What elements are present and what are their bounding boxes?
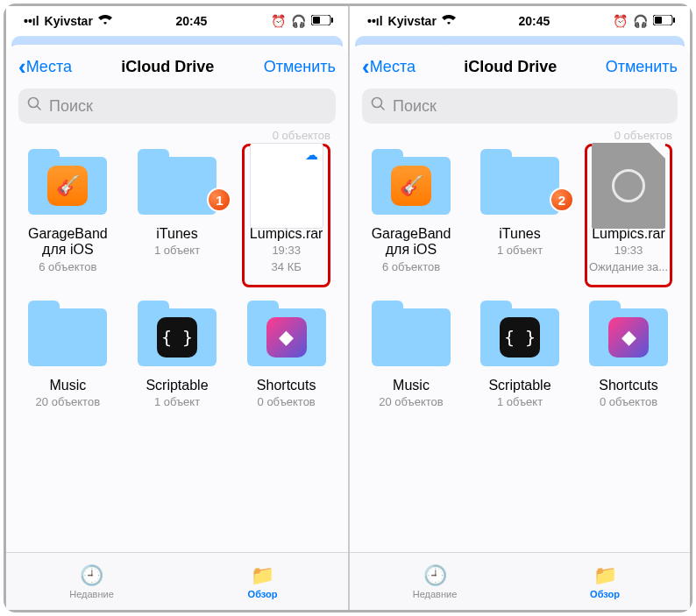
garageband-icon: 🎸	[391, 166, 431, 206]
page-title: iCloud Drive	[121, 58, 214, 76]
search-input[interactable]: Поиск	[18, 89, 336, 124]
tab-bar: 🕘 Недавние 📁 Обзор	[350, 552, 690, 610]
svg-rect-6	[655, 17, 662, 24]
file-lumpics[interactable]: Lumpics.rar 19:33 Ожидание за...	[579, 152, 678, 274]
folder-scriptable[interactable]: { } Scriptable 1 объект	[471, 304, 569, 410]
step-badge-2: 2	[550, 188, 574, 212]
shortcuts-icon: ◆	[266, 317, 307, 358]
folder-music[interactable]: Music 20 объектов	[18, 304, 117, 410]
tab-browse[interactable]: 📁 Обзор	[520, 553, 690, 610]
back-button[interactable]: ‹ Места	[362, 58, 415, 76]
cloud-download-icon: ☁︎	[305, 147, 318, 163]
clock: 20:45	[456, 14, 613, 28]
folder-garageband[interactable]: 🎸 GarageBand для iOS 6 объектов	[362, 152, 460, 274]
file-loading-icon	[592, 143, 665, 229]
clock-icon: 🕘	[80, 564, 103, 587]
svg-line-9	[380, 106, 384, 110]
file-grid: 🎸 GarageBand для iOS 6 объектов 2 iTunes…	[350, 144, 690, 552]
scriptable-icon: { }	[157, 317, 197, 358]
battery-icon	[653, 14, 676, 28]
back-label: Места	[26, 58, 72, 76]
folder-garageband[interactable]: 🎸 GarageBand для iOS 6 объектов	[18, 152, 117, 274]
folder-shortcuts[interactable]: ◆ Shortcuts 0 объектов	[579, 304, 678, 410]
search-placeholder: Поиск	[393, 97, 437, 116]
folder-shortcuts[interactable]: ◆ Shortcuts 0 объектов	[237, 304, 336, 410]
object-count: 0 объектов	[6, 129, 348, 144]
carrier: Kyivstar	[45, 14, 93, 28]
shortcuts-icon: ◆	[608, 317, 649, 358]
headphones-icon: 🎧	[291, 14, 306, 28]
status-bar: ••ıl Kyivstar 20:45 ⏰ 🎧	[350, 6, 690, 36]
loading-spinner-icon	[612, 169, 645, 202]
tab-browse[interactable]: 📁 Обзор	[177, 553, 348, 610]
cancel-button[interactable]: Отменить	[606, 58, 678, 76]
folder-itunes[interactable]: 2 iTunes 1 объект	[471, 152, 569, 274]
tab-recent[interactable]: 🕘 Недавние	[350, 553, 520, 610]
svg-rect-7	[673, 18, 675, 23]
folder-icon: 📁	[251, 564, 274, 587]
garageband-icon: 🎸	[47, 166, 88, 206]
folder-itunes[interactable]: 1 iTunes 1 объект	[128, 152, 227, 274]
headphones-icon: 🎧	[633, 14, 648, 28]
cancel-button[interactable]: Отменить	[264, 58, 336, 76]
signal-icon: ••ıl	[367, 14, 383, 28]
back-button[interactable]: ‹ Места	[18, 58, 72, 76]
carrier: Kyivstar	[388, 14, 437, 28]
search-input[interactable]: Поиск	[362, 89, 678, 124]
tab-bar: 🕘 Недавние 📁 Обзор	[6, 552, 348, 610]
wifi-icon	[442, 14, 456, 28]
tab-recent[interactable]: 🕘 Недавние	[6, 553, 177, 610]
folder-music[interactable]: Music 20 объектов	[362, 304, 460, 410]
status-bar: ••ıl Kyivstar 20:45 ⏰ 🎧	[6, 6, 348, 36]
step-badge-1: 1	[207, 188, 231, 212]
search-icon	[27, 96, 42, 116]
object-count: 0 объектов	[350, 129, 690, 144]
signal-icon: ••ıl	[24, 14, 39, 28]
alarm-icon: ⏰	[271, 14, 286, 28]
clock: 20:45	[112, 14, 271, 28]
phone-right: ••ıl Kyivstar 20:45 ⏰ 🎧 ‹ Места	[348, 6, 690, 610]
svg-rect-1	[313, 17, 320, 24]
file-lumpics[interactable]: ☁︎ Lumpics.rar 19:33 34 КБ	[237, 152, 336, 274]
nav-bar: ‹ Места iCloud Drive Отменить	[350, 45, 690, 89]
back-label: Места	[370, 58, 415, 76]
phone-left: ••ıl Kyivstar 20:45 ⏰ 🎧 ‹ Места	[6, 6, 348, 610]
scriptable-icon: { }	[500, 317, 540, 358]
folder-icon: 📁	[593, 564, 617, 587]
page-title: iCloud Drive	[464, 58, 557, 76]
folder-scriptable[interactable]: { } Scriptable 1 объект	[128, 304, 227, 410]
search-placeholder: Поиск	[49, 97, 93, 116]
wifi-icon	[98, 14, 112, 28]
battery-icon	[311, 14, 334, 28]
alarm-icon: ⏰	[613, 14, 628, 28]
file-grid: 🎸 GarageBand для iOS 6 объектов 1 iTunes…	[6, 144, 348, 552]
nav-bar: ‹ Места iCloud Drive Отменить	[6, 45, 348, 89]
svg-line-4	[37, 106, 40, 110]
clock-icon: 🕘	[423, 564, 447, 587]
search-icon	[371, 96, 386, 116]
svg-rect-2	[331, 18, 333, 23]
